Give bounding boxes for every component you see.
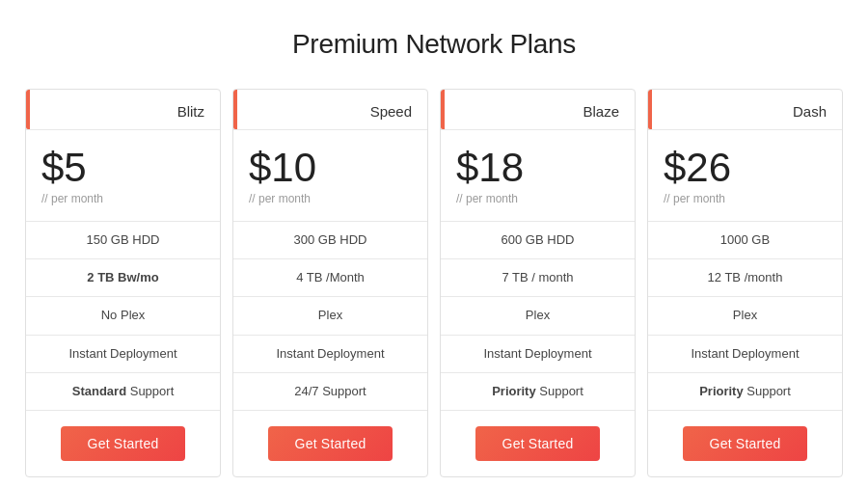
feature-row-blaze-3: Instant Deployment bbox=[441, 336, 635, 373]
plan-price-section-dash: $26// per month bbox=[648, 130, 842, 222]
feature-row-blitz-1: 2 TB Bw/mo bbox=[26, 259, 220, 297]
feature-row-dash-1: 12 TB /month bbox=[648, 259, 842, 297]
feature-row-blaze-0: 600 GB HDD bbox=[441, 222, 635, 259]
plan-card-blitz: Blitz$5// per month150 GB HDD2 TB Bw/moN… bbox=[25, 89, 221, 477]
feature-row-dash-4: Priority Support bbox=[648, 373, 842, 411]
plan-name-blitz: Blitz bbox=[177, 103, 204, 120]
feature-row-dash-0: 1000 GB bbox=[648, 222, 842, 259]
plan-period-blitz: // per month bbox=[41, 192, 204, 205]
plan-price-section-blaze: $18// per month bbox=[441, 130, 635, 222]
feature-row-blaze-1: 7 TB / month bbox=[441, 259, 635, 297]
feature-row-blaze-2: Plex bbox=[441, 297, 635, 335]
feature-row-blitz-3: Instant Deployment bbox=[26, 336, 220, 373]
plan-card-speed: Speed$10// per month300 GB HDD4 TB /Mont… bbox=[232, 89, 428, 477]
plan-header-blaze: Blaze bbox=[441, 90, 635, 130]
plan-features-blitz: 150 GB HDD2 TB Bw/moNo PlexInstant Deplo… bbox=[26, 222, 220, 411]
plans-container: Blitz$5// per month150 GB HDD2 TB Bw/moN… bbox=[19, 89, 849, 477]
plan-price-section-blitz: $5// per month bbox=[26, 130, 220, 222]
plan-features-dash: 1000 GB12 TB /monthPlexInstant Deploymen… bbox=[648, 222, 842, 411]
plan-price-section-speed: $10// per month bbox=[233, 130, 427, 222]
get-started-button-speed[interactable]: Get Started bbox=[268, 426, 393, 461]
plan-price-blaze: $18 bbox=[456, 148, 619, 188]
plan-footer-blitz: Get Started bbox=[26, 411, 220, 476]
feature-row-blaze-4: Priority Support bbox=[441, 373, 635, 411]
plan-period-speed: // per month bbox=[249, 192, 412, 205]
plan-footer-blaze: Get Started bbox=[441, 411, 635, 476]
plan-header-dash: Dash bbox=[648, 90, 842, 130]
feature-row-speed-0: 300 GB HDD bbox=[233, 222, 427, 259]
feature-row-blitz-0: 150 GB HDD bbox=[26, 222, 220, 259]
page-title: Premium Network Plans bbox=[292, 29, 576, 60]
plan-period-blaze: // per month bbox=[456, 192, 619, 205]
plan-name-speed: Speed bbox=[370, 103, 412, 120]
plan-header-speed: Speed bbox=[233, 90, 427, 130]
plan-accent-speed bbox=[233, 90, 237, 129]
feature-row-speed-3: Instant Deployment bbox=[233, 336, 427, 373]
plan-footer-speed: Get Started bbox=[233, 411, 427, 476]
plan-price-speed: $10 bbox=[249, 148, 412, 188]
plan-features-blaze: 600 GB HDD7 TB / monthPlexInstant Deploy… bbox=[441, 222, 635, 411]
plan-accent-blitz bbox=[26, 90, 30, 129]
feature-row-speed-4: 24/7 Support bbox=[233, 373, 427, 411]
plan-features-speed: 300 GB HDD4 TB /MonthPlexInstant Deploym… bbox=[233, 222, 427, 411]
plan-price-dash: $26 bbox=[664, 148, 827, 188]
feature-row-blitz-4: Standard Support bbox=[26, 373, 220, 411]
plan-card-blaze: Blaze$18// per month600 GB HDD7 TB / mon… bbox=[440, 89, 636, 477]
feature-row-dash-3: Instant Deployment bbox=[648, 336, 842, 373]
plan-header-blitz: Blitz bbox=[26, 90, 220, 130]
get-started-button-blitz[interactable]: Get Started bbox=[61, 426, 186, 461]
plan-accent-blaze bbox=[441, 90, 445, 129]
plan-name-dash: Dash bbox=[793, 103, 827, 120]
feature-row-speed-1: 4 TB /Month bbox=[233, 259, 427, 297]
feature-row-dash-2: Plex bbox=[648, 297, 842, 335]
get-started-button-blaze[interactable]: Get Started bbox=[475, 426, 601, 461]
plan-price-blitz: $5 bbox=[41, 148, 204, 188]
plan-name-blaze: Blaze bbox=[583, 103, 619, 120]
get-started-button-dash[interactable]: Get Started bbox=[683, 426, 808, 461]
plan-footer-dash: Get Started bbox=[648, 411, 842, 476]
plan-accent-dash bbox=[648, 90, 652, 129]
plan-card-dash: Dash$26// per month1000 GB12 TB /monthPl… bbox=[647, 89, 843, 477]
plan-period-dash: // per month bbox=[664, 192, 827, 205]
feature-row-speed-2: Plex bbox=[233, 297, 427, 335]
feature-row-blitz-2: No Plex bbox=[26, 297, 220, 335]
